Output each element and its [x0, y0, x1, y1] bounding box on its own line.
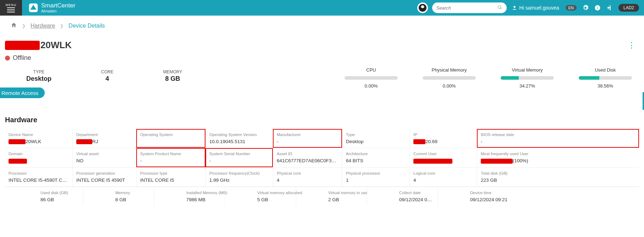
user-icon	[512, 5, 517, 11]
status-row: Offline	[0, 52, 644, 65]
hamburger-icon	[7, 7, 15, 12]
cell-sys-serial: System Serial Number -	[205, 148, 273, 167]
env-pill: LAD2	[618, 4, 639, 12]
page-title-row: 20WLK ⋮	[0, 31, 644, 52]
summary-memory: Memory 8 GB	[163, 69, 182, 83]
cell-ip: IP 20.69	[409, 129, 477, 148]
cell-os: Operating System	[136, 129, 205, 148]
cell-domain: Domain	[5, 148, 72, 167]
cell-vmem-in-use: Virtual memory in use 2 GB	[296, 187, 367, 206]
cell-type: Type Desktop	[342, 129, 409, 148]
search-input[interactable]	[436, 5, 497, 11]
language-pill[interactable]: EN	[566, 5, 577, 11]
home-icon[interactable]	[11, 22, 17, 30]
app-header: MENU SmartCenter Almaden Hi samuel.gouve…	[0, 0, 644, 16]
status-text: Offline	[13, 54, 31, 62]
remote-access-button[interactable]: Remote Access	[0, 88, 45, 98]
chevron-right-icon: ❯	[60, 23, 64, 28]
redacted-block	[481, 159, 513, 164]
cell-os-version: Operating System Version 10.0.19045.5131	[205, 129, 273, 148]
logout-icon[interactable]	[606, 5, 613, 11]
svg-rect-3	[421, 6, 424, 7]
brand-name: SmartCenter	[41, 2, 75, 9]
cell-vmem-allocated: Virtual memory allocated 5 GB	[225, 187, 296, 206]
redacted-block	[76, 139, 92, 144]
meter-used-disk: Used Disk 38.56%	[579, 67, 632, 89]
brand-sub: Almaden	[41, 9, 75, 13]
cell-architecture: Architecture 64 BITS	[342, 148, 409, 167]
summary-type: TYPE Desktop	[26, 69, 51, 83]
more-actions-icon[interactable]: ⋮	[628, 41, 635, 49]
svg-line-5	[500, 8, 501, 9]
svg-point-4	[498, 5, 501, 8]
redacted-block	[413, 139, 425, 144]
cell-installed-memory: Installed Memory (MB) 7986 MB	[154, 187, 225, 206]
meter-physical-memory: Physical Memory 0.00%	[423, 67, 476, 89]
svg-rect-9	[597, 6, 598, 7]
cell-total-disk: Total disk (GB) 223 GB	[477, 168, 639, 186]
cell-asset-id: Asset ID 641C6777ED7AE06C0F301525	[273, 148, 342, 167]
meter-virtual-memory: Virtual Memory 34.27%	[501, 67, 554, 89]
cell-virtual-asset: Virtual asset NO	[72, 148, 136, 167]
menu-label: MENU	[6, 3, 17, 7]
info-icon[interactable]	[594, 5, 601, 11]
avatar-icon	[418, 4, 427, 12]
page-title: 20WLK	[40, 40, 72, 51]
cell-collect-date: Collect date 09/12/2024 09:21	[367, 187, 438, 206]
breadcrumb-current: Device Details	[68, 23, 105, 29]
cell-proc-gen: Processor generation INTEL CORE I5 4590T	[72, 168, 136, 186]
cell-physical-processor: Physical processor 1	[342, 168, 409, 186]
redacted-block	[5, 41, 40, 50]
summary-row: TYPE Desktop Core 4 Memory 8 GB Remote A…	[0, 65, 644, 98]
menu-button[interactable]: MENU	[0, 0, 22, 16]
cell-bios-date: BIOS release date -	[477, 129, 639, 148]
summary-core: Core 4	[101, 69, 114, 83]
cell-used-disk: Used disk (GB) 86 GB	[5, 187, 83, 206]
cell-department: Department RJ	[72, 129, 136, 148]
svg-rect-8	[597, 7, 598, 9]
cell-processor: Processor INTEL CORE I5-4590T CPU 2.00..…	[5, 168, 72, 186]
redacted-block	[9, 159, 27, 164]
chevron-right-icon: ❯	[22, 23, 26, 28]
status-dot-icon	[5, 56, 10, 61]
cell-device-name: Device Name 20WLK	[5, 129, 72, 148]
settings-icon[interactable]	[582, 5, 589, 11]
cell-proc-freq: Processor frequency(Clock) 1.99 GHz	[205, 168, 273, 186]
cell-freq-user: Most frequently used User (100%)	[477, 148, 639, 167]
search-box[interactable]	[432, 2, 507, 13]
redacted-block	[413, 159, 452, 164]
search-icon[interactable]	[497, 5, 502, 11]
breadcrumb-hardware[interactable]: Hardware	[31, 23, 55, 29]
cell-sys-product-name: System Product Name -	[136, 148, 205, 167]
cell-memory: Memory 8 GB	[83, 187, 154, 206]
cell-physical-core: Physical core 4	[273, 168, 342, 186]
cell-manufacturer: Manufacturer -	[273, 129, 342, 148]
logo-icon	[28, 3, 38, 13]
brand-logo[interactable]: SmartCenter Almaden	[28, 2, 75, 13]
cell-logical-core: Logical core 4	[409, 168, 477, 186]
user-greeting[interactable]: Hi samuel.gouvea	[512, 5, 559, 11]
section-title-hardware: Hardware	[0, 98, 644, 129]
svg-point-6	[513, 6, 515, 8]
cell-proc-type: Processor type INTEL CORE I5	[136, 168, 205, 186]
meter-cpu: CPU 0.00%	[345, 67, 398, 89]
redacted-block	[9, 139, 26, 144]
cell-device-time: Device time 09/12/2024 09:21	[438, 187, 639, 206]
cell-current-user: Current User	[409, 148, 477, 167]
hardware-grid: Device Name 20WLK Department RJ Operatin…	[0, 129, 644, 206]
avatar[interactable]	[417, 2, 428, 13]
breadcrumb: ❯ Hardware ❯ Device Details	[0, 16, 644, 31]
scrollbar-thumb[interactable]	[643, 92, 644, 110]
